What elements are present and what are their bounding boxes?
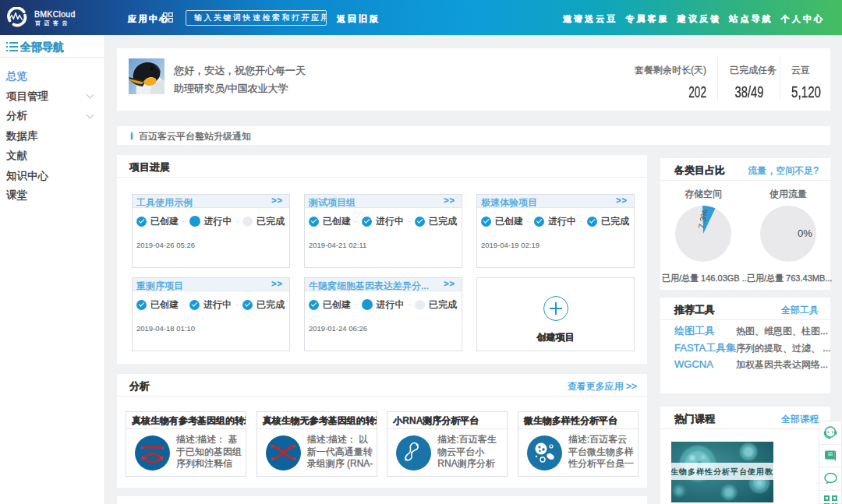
svg-text:0%: 0%	[798, 227, 812, 239]
svg-text:微生物多样性分析平台使用教程: 微生物多样性分析平台使用教程	[671, 467, 773, 476]
